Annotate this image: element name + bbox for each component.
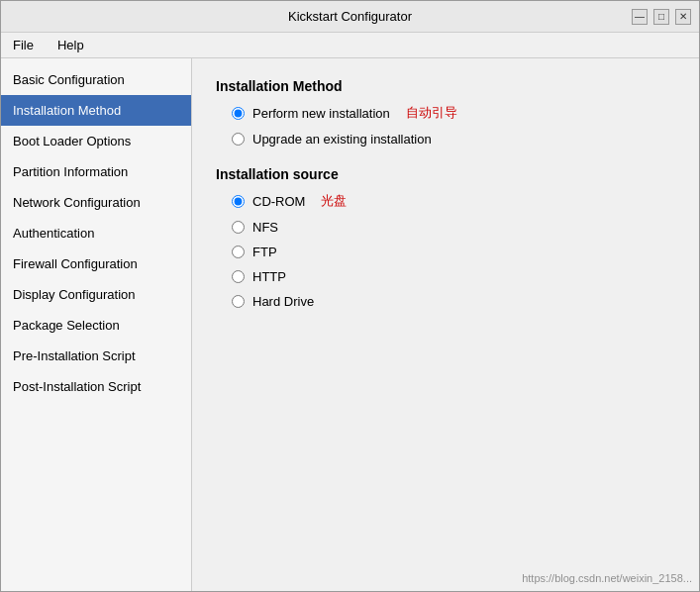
radio-ftp-label: FTP: [252, 245, 277, 259]
radio-upgrade-installation[interactable]: [232, 133, 245, 146]
annotation-cdrom: 光盘: [321, 192, 347, 210]
radio-row-nfs: NFS: [232, 220, 675, 235]
radio-http[interactable]: [232, 270, 245, 283]
content-area: Basic Configuration Installation Method …: [1, 58, 699, 591]
installation-method-group: Perform new installation 自动引导 Upgrade an…: [232, 104, 675, 147]
sidebar-item-installation-method[interactable]: Installation Method: [1, 95, 191, 126]
sidebar-item-network-config[interactable]: Network Configuration: [1, 187, 191, 218]
close-button[interactable]: ✕: [675, 9, 691, 25]
sidebar-item-post-install[interactable]: Post-Installation Script: [1, 371, 191, 402]
radio-harddrive-label: Hard Drive: [252, 294, 314, 309]
menu-file[interactable]: File: [5, 36, 42, 54]
menu-bar: File Help: [1, 33, 699, 58]
radio-ftp[interactable]: [232, 246, 245, 258]
radio-nfs-label: NFS: [252, 220, 278, 235]
sidebar-item-partition-info[interactable]: Partition Information: [1, 156, 191, 187]
radio-row-harddrive: Hard Drive: [232, 294, 675, 309]
sidebar-item-package-selection[interactable]: Package Selection: [1, 310, 191, 341]
radio-nfs[interactable]: [232, 221, 245, 234]
sidebar-item-boot-loader[interactable]: Boot Loader Options: [1, 126, 191, 156]
radio-harddrive[interactable]: [232, 295, 245, 308]
sidebar-item-pre-install[interactable]: Pre-Installation Script: [1, 341, 191, 371]
window-controls: — □ ✕: [632, 9, 691, 25]
radio-upgrade-installation-label: Upgrade an existing installation: [252, 132, 432, 147]
sidebar-item-basic-config[interactable]: Basic Configuration: [1, 64, 191, 95]
maximize-button[interactable]: □: [653, 9, 669, 25]
watermark: https://blog.csdn.net/weixin_2158...: [522, 572, 692, 584]
radio-row-new-install: Perform new installation 自动引导: [232, 104, 675, 122]
radio-http-label: HTTP: [252, 269, 286, 284]
radio-new-installation-label: Perform new installation: [252, 106, 390, 121]
sidebar-item-firewall-config[interactable]: Firewall Configuration: [1, 248, 191, 279]
sidebar: Basic Configuration Installation Method …: [1, 58, 192, 591]
window-title: Kickstart Configurator: [68, 9, 632, 24]
radio-new-installation[interactable]: [232, 107, 245, 120]
title-bar: Kickstart Configurator — □ ✕: [1, 1, 699, 33]
radio-row-upgrade: Upgrade an existing installation: [232, 132, 675, 147]
sidebar-item-display-config[interactable]: Display Configuration: [1, 279, 191, 310]
radio-cdrom[interactable]: [232, 195, 245, 208]
annotation-auto-boot: 自动引导: [406, 104, 457, 122]
minimize-button[interactable]: —: [632, 9, 648, 25]
main-panel: Installation Method Perform new installa…: [192, 58, 699, 591]
installation-source-group: CD-ROM 光盘 NFS FTP HTTP: [232, 192, 675, 309]
radio-row-ftp: FTP: [232, 245, 675, 259]
sidebar-item-authentication[interactable]: Authentication: [1, 218, 191, 248]
installation-method-title: Installation Method: [216, 78, 675, 94]
radio-row-cdrom: CD-ROM 光盘: [232, 192, 675, 210]
menu-help[interactable]: Help: [50, 36, 92, 54]
installation-source-title: Installation source: [216, 166, 675, 182]
radio-cdrom-label: CD-ROM: [252, 194, 305, 209]
radio-row-http: HTTP: [232, 269, 675, 284]
